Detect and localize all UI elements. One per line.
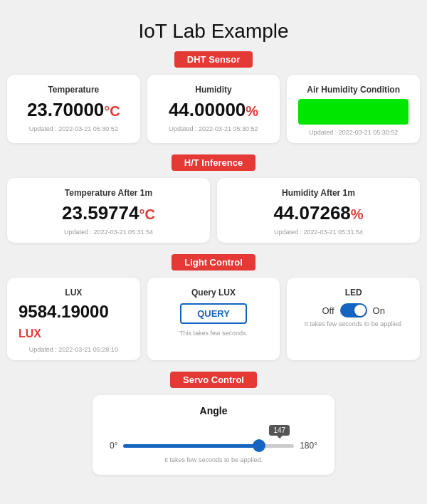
led-note: It takes few seconds to be applied.: [298, 320, 408, 327]
led-title: LED: [298, 288, 408, 298]
angle-slider[interactable]: [123, 444, 294, 448]
temp-after-value: 23.59774°C: [19, 202, 199, 224]
servo-section: Servo Control Angle 147 0° 180° It takes…: [7, 372, 420, 475]
temperature-updated: Updated : 2022-03-21 05:30:52: [19, 125, 129, 132]
hum-after-title: Humidity After 1m: [228, 188, 408, 198]
light-cards: LUX 9584.19000 LUX Updated : 2022-03-21 …: [7, 278, 420, 360]
dht-badge: DHT Sensor: [174, 51, 253, 68]
query-lux-card: Query LUX QUERY This takes few seconds.: [147, 278, 280, 360]
hum-after-updated: Updated : 2022-03-21 05:31:54: [228, 229, 408, 236]
hum-after-value: 44.07268%: [228, 202, 408, 224]
temp-after-card: Temperature After 1m 23.59774°C Updated …: [7, 178, 210, 243]
humidity-value: 44.00000%: [159, 99, 269, 121]
air-humidity-updated: Updated : 2022-03-21 05:30:52: [298, 129, 408, 136]
ht-section: H/T Inference Temperature After 1m 23.59…: [7, 154, 420, 243]
led-toggle-row: Off On: [298, 303, 408, 317]
temp-after-title: Temperature After 1m: [19, 188, 199, 198]
ht-badge: H/T Inference: [172, 154, 255, 171]
light-section: Light Control LUX 9584.19000 LUX Updated…: [7, 254, 420, 360]
humidity-bar: [298, 99, 408, 125]
air-humidity-card: Air Humidity Condition Updated : 2022-03…: [287, 75, 420, 143]
lux-card: LUX 9584.19000 LUX Updated : 2022-03-21 …: [7, 278, 140, 360]
dht-section: DHT Sensor Temperature 23.70000°C Update…: [7, 51, 420, 143]
temperature-value: 23.70000°C: [19, 99, 129, 121]
slider-container: 147 0° 180°: [110, 425, 317, 451]
servo-card-wrapper: Angle 147 0° 180° It takes few seconds t…: [7, 395, 420, 475]
temperature-title: Temperature: [19, 85, 129, 95]
query-note: This takes few seconds.: [159, 330, 269, 337]
light-badge: Light Control: [172, 254, 255, 271]
page-title: IoT Lab Example: [7, 7, 420, 51]
query-button[interactable]: QUERY: [180, 303, 247, 324]
servo-card: Angle 147 0° 180° It takes few seconds t…: [93, 395, 334, 475]
lux-value: 9584.19000 LUX: [19, 302, 129, 342]
humidity-updated: Updated : 2022-03-21 05:30:52: [159, 125, 269, 132]
air-humidity-title: Air Humidity Condition: [298, 85, 408, 95]
led-toggle[interactable]: [340, 303, 367, 317]
humidity-title: Humidity: [159, 85, 269, 95]
lux-title: LUX: [19, 288, 129, 298]
slider-bubble: 147: [269, 425, 290, 436]
led-card: LED Off On It takes few seconds to be ap…: [287, 278, 420, 360]
temp-after-updated: Updated : 2022-03-21 05:31:54: [19, 229, 199, 236]
dht-cards: Temperature 23.70000°C Updated : 2022-03…: [7, 75, 420, 143]
slider-max: 180°: [300, 441, 317, 451]
hum-after-card: Humidity After 1m 44.07268% Updated : 20…: [217, 178, 420, 243]
slider-min: 0°: [110, 441, 117, 451]
lux-updated: Updated : 2022-03-21 05:28:10: [19, 346, 129, 353]
toggle-thumb: [354, 305, 366, 316]
servo-badge: Servo Control: [170, 372, 257, 388]
servo-angle-title: Angle: [110, 405, 317, 416]
led-off-label: Off: [322, 305, 334, 316]
query-lux-title: Query LUX: [159, 288, 269, 298]
servo-note: It takes few seconds to be applied.: [110, 456, 317, 463]
humidity-card: Humidity 44.00000% Updated : 2022-03-21 …: [147, 75, 280, 143]
led-on-label: On: [373, 305, 385, 316]
temperature-card: Temperature 23.70000°C Updated : 2022-03…: [7, 75, 140, 143]
slider-row: 0° 180°: [110, 441, 317, 451]
ht-cards: Temperature After 1m 23.59774°C Updated …: [7, 178, 420, 243]
